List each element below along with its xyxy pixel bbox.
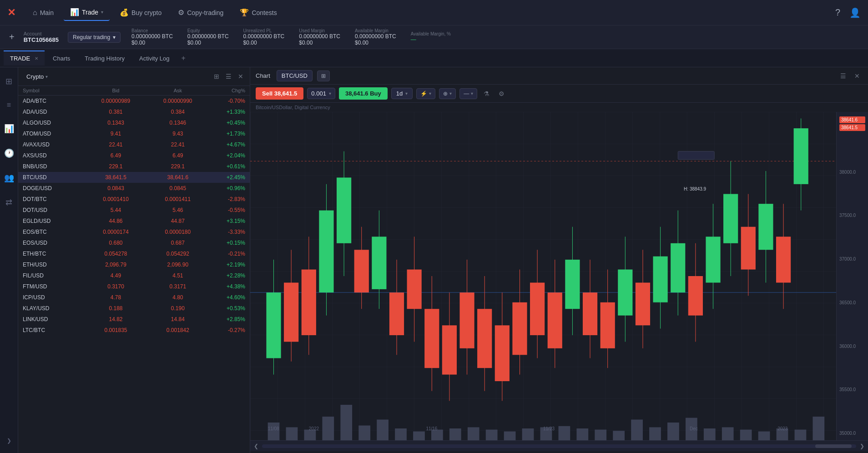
symbol-row[interactable]: DOT/USD 5.44 5.46 -0.55%: [18, 205, 250, 216]
scroll-right-arrow[interactable]: ❯: [860, 443, 864, 449]
symbol-row[interactable]: ETH/USD 2,096.79 2,096.90 +2.19%: [18, 259, 250, 270]
sidebar-expand-button[interactable]: ❯: [3, 434, 15, 448]
symbol-row[interactable]: ADA/USD 0.381 0.384 +1.33%: [18, 106, 250, 117]
symbol-panel-grid-btn[interactable]: ⊞: [212, 71, 221, 82]
sym-name: DOGE/USD: [23, 185, 85, 191]
sidebar-transfer-icon[interactable]: ⇄: [2, 194, 16, 211]
symbol-row[interactable]: BTC/USD 38,641.5 38,641.6 +2.45%: [18, 172, 250, 183]
chart-menu-btn[interactable]: ☰: [838, 70, 849, 81]
drawing-tools-arrow: ▾: [449, 91, 452, 96]
scroll-thumb[interactable]: [815, 444, 852, 448]
svg-rect-66: [794, 128, 808, 184]
nav-buy-crypto[interactable]: 💰 Buy crypto: [113, 5, 168, 20]
timeframe-selector[interactable]: 1d ▾: [391, 88, 413, 99]
symbol-row[interactable]: FIL/USD 4.49 4.51 +2.28%: [18, 270, 250, 281]
sym-ask: 22.41: [147, 141, 209, 148]
scroll-track[interactable]: [262, 444, 856, 448]
tab-add-button[interactable]: +: [178, 50, 189, 66]
buy-label: Buy: [370, 90, 381, 97]
tab-trade[interactable]: TRADE ✕: [4, 50, 45, 65]
symbol-panel-header: Crypto ▾ ⊞ ☰ ✕: [18, 67, 250, 86]
symbol-row[interactable]: LINK/USD 14.82 14.84 +2.85%: [18, 314, 250, 325]
sym-ask: 38,641.6: [147, 174, 209, 181]
chart-type-btn[interactable]: — ▾: [459, 88, 477, 99]
symbol-row[interactable]: AVAX/USD 22.41 22.41 +4.67%: [18, 139, 250, 150]
col-symbol: Symbol: [23, 88, 85, 93]
sym-name: AVAX/USD: [23, 141, 85, 148]
sym-bid: 0.680: [85, 240, 146, 246]
sym-bid: 0.188: [85, 305, 146, 312]
stat-balance: Balance 0.00000000 BTC $0.00: [131, 28, 173, 46]
lot-size-arrow[interactable]: ▾: [329, 91, 331, 96]
chart-close-btn[interactable]: ✕: [852, 70, 863, 81]
sidebar-grid-icon[interactable]: ⊞: [2, 73, 16, 90]
help-icon[interactable]: ?: [835, 7, 840, 18]
tab-charts[interactable]: Charts: [46, 50, 76, 65]
buy-button[interactable]: 38,641.6 Buy: [339, 87, 388, 100]
symbol-row[interactable]: DOGE/USD 0.0843 0.0845 +0.96%: [18, 183, 250, 194]
tab-trade-close[interactable]: ✕: [35, 56, 38, 61]
crypto-category-dropdown[interactable]: Crypto ▾: [23, 71, 51, 82]
drawing-tools-btn[interactable]: ⊕ ▾: [439, 88, 456, 99]
chart-sync-button[interactable]: ⊞: [317, 70, 330, 81]
user-icon[interactable]: 👤: [849, 7, 861, 18]
symbol-row[interactable]: FTM/USD 0.3170 0.3171 +4.38%: [18, 281, 250, 292]
symbol-row[interactable]: ADA/BTC 0.00000989 0.00000990 -0.70%: [18, 96, 250, 106]
symbol-panel-close-btn[interactable]: ✕: [236, 71, 245, 82]
sell-button[interactable]: Sell 38,641.5: [256, 87, 303, 100]
sym-chg: +1.73%: [209, 131, 245, 137]
symbol-row[interactable]: DOT/BTC 0.0001410 0.0001411 -2.83%: [18, 194, 250, 205]
symbol-row[interactable]: KLAY/USD 0.188 0.190 +0.53%: [18, 303, 250, 314]
symbol-row[interactable]: ICP/USD 4.78 4.80 +4.60%: [18, 292, 250, 303]
svg-rect-42: [583, 292, 597, 335]
sidebar-clock-icon[interactable]: 🕐: [0, 145, 18, 162]
buy-price: 38,641.6: [345, 90, 368, 97]
sym-ask: 4.80: [147, 294, 209, 301]
sym-ask: 9.43: [147, 131, 209, 137]
sidebar-layers-icon[interactable]: ≡: [3, 97, 15, 113]
lot-size-input[interactable]: 0.001 ▾: [307, 88, 335, 99]
sym-chg: -0.27%: [209, 327, 245, 333]
sidebar-chart-icon[interactable]: 📊: [0, 120, 18, 137]
settings-btn[interactable]: ⚙: [496, 88, 507, 99]
symbol-row[interactable]: EOS/BTC 0.0000174 0.0000180 -3.33%: [18, 226, 250, 237]
tab-activity-log[interactable]: Activity Log: [133, 50, 176, 65]
sym-chg: +0.96%: [209, 185, 245, 191]
logo[interactable]: ✕: [7, 7, 15, 19]
svg-rect-58: [723, 194, 738, 243]
symbol-row[interactable]: EGLD/USD 44.86 44.87 +3.15%: [18, 216, 250, 226]
svg-rect-8: [284, 282, 298, 342]
stat-unrealized-label: Unrealized PL: [243, 28, 285, 33]
col-bid: Bid: [85, 88, 146, 93]
nav-trade[interactable]: 📊 Trade ▾: [64, 4, 110, 21]
symbol-row[interactable]: BNB/USD 229.1 229.1 +0.61%: [18, 161, 250, 172]
svg-rect-81: [522, 428, 534, 440]
sym-bid: 6.49: [85, 152, 146, 159]
sidebar-group-icon[interactable]: 👥: [0, 169, 18, 186]
stat-balance-usd: $0.00: [131, 40, 173, 46]
sym-name: ETH/BTC: [23, 251, 85, 257]
nav-copy-trading[interactable]: ⚙ Copy-trading: [172, 5, 230, 20]
add-button[interactable]: +: [9, 32, 15, 42]
scroll-left-arrow[interactable]: ❮: [254, 443, 258, 449]
col-chg: Chg%: [209, 88, 245, 93]
symbol-row[interactable]: ETH/BTC 0.054278 0.054292 -0.21%: [18, 248, 250, 259]
sym-chg: -0.21%: [209, 251, 245, 257]
tab-trading-history[interactable]: Trading History: [78, 50, 131, 65]
symbol-panel-menu-btn[interactable]: ☰: [224, 71, 233, 82]
stat-unrealized: Unrealized PL 0.00000000 BTC $0.00: [243, 28, 285, 46]
nav-contests[interactable]: 🏆 Contests: [233, 5, 283, 20]
symbol-row[interactable]: ALGO/USD 0.1343 0.1346 +0.45%: [18, 117, 250, 128]
svg-rect-94: [758, 432, 770, 440]
sym-ask: 229.1: [147, 163, 209, 170]
indicators-btn[interactable]: ⚡ ▾: [416, 88, 435, 99]
nav-trade-arrow: ▾: [101, 10, 103, 15]
tab-activity-log-label: Activity Log: [139, 55, 169, 62]
symbol-row[interactable]: AXS/USD 6.49 6.49 +2.04%: [18, 150, 250, 161]
nav-main[interactable]: ⌂ Main: [26, 5, 60, 20]
flask-btn[interactable]: ⚗: [481, 88, 492, 99]
symbol-row[interactable]: LTC/BTC 0.001835 0.001842 -0.27%: [18, 325, 250, 336]
symbol-row[interactable]: EOS/USD 0.680 0.687 +0.15%: [18, 237, 250, 248]
trading-type-selector[interactable]: Regular trading ▾: [68, 32, 121, 43]
symbol-row[interactable]: ATOM/USD 9.41 9.43 +1.73%: [18, 128, 250, 139]
